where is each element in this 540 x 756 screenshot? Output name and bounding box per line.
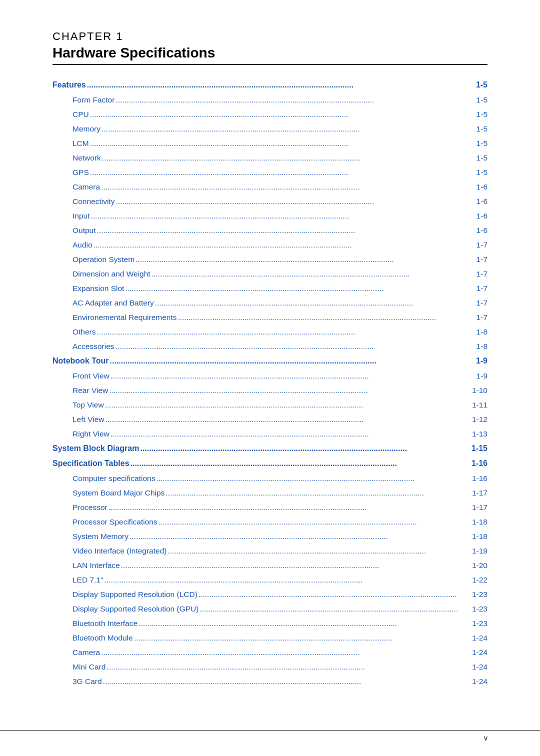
toc-dots: ........................................… (103, 676, 471, 688)
toc-page: 1-13 (472, 428, 488, 440)
toc-page: 1-16 (472, 458, 488, 470)
toc-page: 1-5 (476, 138, 488, 150)
toc-page: 1-20 (472, 560, 488, 572)
toc-item[interactable]: Notebook Tour ..........................… (52, 355, 488, 368)
toc-dots: ........................................… (90, 138, 476, 150)
toc-page: 1-15 (472, 442, 488, 455)
page: CHAPTER 1 Hardware Specifications Featur… (0, 0, 540, 756)
toc-dots: ........................................… (105, 399, 471, 411)
toc-label: Computer specifications (72, 472, 155, 484)
toc-item[interactable]: Camera .................................… (52, 181, 488, 193)
toc-item[interactable]: Connectivity ...........................… (52, 196, 488, 208)
toc-item[interactable]: Environemental Requirements ............… (52, 312, 488, 324)
toc-label: Connectivity (72, 196, 114, 208)
toc-item[interactable]: Right View .............................… (52, 428, 488, 440)
toc-item[interactable]: Operation System .......................… (52, 254, 488, 266)
toc-page: 1-16 (472, 472, 488, 484)
toc-item[interactable]: Top View ...............................… (52, 399, 488, 411)
toc-item[interactable]: Form Factor ............................… (52, 94, 488, 106)
toc-item[interactable]: System Block Diagram ...................… (52, 442, 488, 455)
toc-dots: ........................................… (152, 268, 476, 280)
toc-dots: ........................................… (94, 239, 476, 251)
toc-page: 1-19 (472, 545, 488, 557)
toc-dots: ........................................… (136, 254, 476, 266)
toc-item[interactable]: LCM ....................................… (52, 138, 488, 150)
toc-item[interactable]: Front View .............................… (52, 370, 488, 382)
toc-dots: ........................................… (134, 632, 471, 644)
toc-dots: ........................................… (106, 661, 471, 673)
toc-item[interactable]: Accessories ............................… (52, 340, 488, 352)
toc-label: Dimension and Weight (72, 268, 150, 280)
toc-dots: ........................................… (109, 384, 471, 396)
toc-item[interactable]: Memory .................................… (52, 123, 488, 135)
toc-label: LCM (72, 138, 89, 150)
toc-dots: ........................................… (121, 560, 471, 572)
toc-dots: ........................................… (166, 487, 471, 499)
toc-label: Expansion Slot (72, 282, 124, 294)
toc-item[interactable]: Dimension and Weight ...................… (52, 268, 488, 280)
toc-dots: ........................................… (101, 181, 475, 193)
toc-label: System Memory (72, 530, 128, 542)
toc-item[interactable]: Network ................................… (52, 152, 488, 164)
toc-item[interactable]: Processor ..............................… (52, 502, 488, 514)
toc-item[interactable]: LAN Interface ..........................… (52, 560, 488, 572)
toc-dots: ........................................… (116, 94, 475, 106)
toc-page: 1-23 (472, 588, 488, 600)
toc-page: 1-6 (476, 224, 488, 236)
toc-item[interactable]: LED 7.1" ...............................… (52, 574, 488, 586)
toc-label: Processor (72, 502, 108, 514)
toc-item[interactable]: System Board Major Chips ...............… (52, 487, 488, 499)
toc-item[interactable]: Mini Card ..............................… (52, 661, 488, 673)
toc-dots: ........................................… (102, 123, 476, 135)
toc-item[interactable]: Video Interface (Integrated) ...........… (52, 545, 488, 557)
toc-dots: ........................................… (104, 574, 471, 586)
toc-dots: ........................................… (97, 224, 476, 236)
toc-label: System Block Diagram (52, 442, 139, 455)
toc-label: Notebook Tour (52, 355, 109, 368)
chapter-label: CHAPTER 1 (52, 30, 488, 43)
toc-label: Display Supported Resolution (LCD) (72, 588, 198, 600)
toc-dots: ........................................… (138, 618, 471, 630)
toc-label: Bluetooth Interface (72, 618, 138, 630)
title-underline (52, 64, 488, 65)
toc-item[interactable]: Camera .................................… (52, 646, 488, 658)
toc-page: 1-24 (472, 676, 488, 688)
toc-item[interactable]: Audio ..................................… (52, 239, 488, 251)
toc-item[interactable]: Bluetooth Module .......................… (52, 632, 488, 644)
toc-item[interactable]: Computer specifications ................… (52, 472, 488, 484)
toc-label: Operation System (72, 254, 134, 266)
toc-item[interactable]: CPU ....................................… (52, 108, 488, 120)
toc-page: 1-5 (476, 123, 488, 135)
toc-item[interactable]: Display Supported Resolution (GPU) .....… (52, 603, 488, 615)
toc-item[interactable]: Left View ..............................… (52, 414, 488, 426)
toc-dots: ........................................… (200, 603, 471, 615)
toc-dots: ........................................… (168, 545, 471, 557)
toc-label: Left View (72, 414, 104, 426)
toc-item[interactable]: Processor Specifications ...............… (52, 516, 488, 528)
toc-page: 1-12 (472, 414, 488, 426)
toc-item[interactable]: Display Supported Resolution (LCD) .....… (52, 588, 488, 600)
toc-page: 1-17 (472, 502, 488, 514)
toc-item[interactable]: GPS ....................................… (52, 166, 488, 178)
toc-label: Memory (72, 123, 100, 135)
bottom-line (0, 730, 540, 731)
toc-item[interactable]: Input ..................................… (52, 210, 488, 222)
toc-item[interactable]: Expansion Slot .........................… (52, 282, 488, 294)
toc-item[interactable]: Features ...............................… (52, 79, 488, 92)
toc-page: 1-17 (472, 487, 488, 499)
toc-dots: ........................................… (110, 355, 475, 368)
toc-item[interactable]: Rear View ..............................… (52, 384, 488, 396)
toc-item[interactable]: Bluetooth Interface ....................… (52, 618, 488, 630)
toc-label: Mini Card (72, 661, 106, 673)
toc-dots: ........................................… (87, 79, 475, 92)
toc-item[interactable]: Others .................................… (52, 326, 488, 338)
toc-dots: ........................................… (125, 282, 475, 294)
toc-item[interactable]: AC Adapter and Battery .................… (52, 297, 488, 309)
toc-dots: ........................................… (178, 312, 476, 324)
toc-item[interactable]: 3G Card ................................… (52, 676, 488, 688)
toc-dots: ........................................… (130, 530, 471, 542)
toc-label: Environemental Requirements (72, 312, 177, 324)
toc-item[interactable]: Output .................................… (52, 224, 488, 236)
toc-item[interactable]: Specification Tables ...................… (52, 458, 488, 470)
toc-item[interactable]: System Memory ..........................… (52, 530, 488, 542)
